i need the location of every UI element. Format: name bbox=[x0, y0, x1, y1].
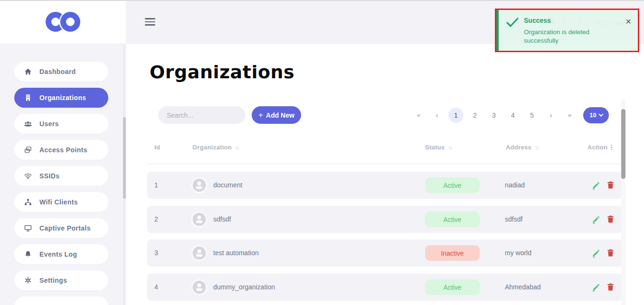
pagination: « ‹ 1 2 3 4 5 › » 10 bbox=[409, 106, 609, 124]
sidebar-item-access-points[interactable]: Access Points bbox=[14, 140, 108, 160]
table-row: 2 sdfsdf Active sdfsdf bbox=[147, 206, 622, 233]
organization-avatar bbox=[191, 245, 207, 263]
hamburger-menu-icon[interactable] bbox=[145, 18, 155, 26]
users-icon bbox=[23, 119, 33, 129]
network-icon bbox=[23, 197, 33, 207]
organization-name: document bbox=[213, 181, 242, 189]
column-header-id: Id bbox=[154, 144, 160, 151]
row-address: sdfsdf bbox=[505, 215, 522, 223]
sidebar-item-label: Captive Portals bbox=[39, 224, 91, 232]
row-id: 2 bbox=[154, 215, 158, 223]
sidebar-item-label: Events Log bbox=[39, 250, 77, 258]
main-content: Organizations + Add New « ‹ 1 2 3 4 5 › … bbox=[126, 44, 644, 305]
row-id: 4 bbox=[154, 283, 158, 291]
search-input[interactable] bbox=[158, 106, 245, 124]
row-id: 1 bbox=[154, 181, 158, 189]
status-badge: Active bbox=[425, 279, 480, 295]
close-icon[interactable]: × bbox=[625, 17, 631, 26]
sidebar-item-settings[interactable]: Settings bbox=[14, 270, 108, 290]
sidebar-item-users[interactable]: Users bbox=[14, 114, 108, 134]
delete-trash-icon[interactable] bbox=[606, 248, 615, 259]
sidebar-item-label: SSIDs bbox=[39, 172, 59, 180]
row-address: my world bbox=[505, 249, 531, 257]
pagination-page-5[interactable]: 5 bbox=[522, 111, 541, 119]
sidebar-item-events-log[interactable]: Events Log bbox=[14, 244, 108, 264]
sidebar-item-label: Users bbox=[39, 120, 59, 128]
kebab-menu-icon[interactable] bbox=[611, 145, 612, 150]
toast-accent-bar bbox=[496, 10, 499, 51]
pagination-last-button[interactable]: » bbox=[560, 111, 578, 119]
organization-avatar bbox=[191, 177, 207, 195]
organization-name: test automation bbox=[213, 249, 259, 257]
row-address: nadiad bbox=[505, 181, 525, 189]
organization-avatar bbox=[191, 212, 207, 229]
edit-pencil-icon[interactable] bbox=[591, 282, 601, 294]
access-points-icon bbox=[23, 145, 33, 155]
pagination-page-4[interactable]: 4 bbox=[503, 111, 522, 119]
page-size-dropdown[interactable]: 10 bbox=[583, 107, 609, 123]
sidebar-item-label: Settings bbox=[39, 277, 67, 284]
table-row: 4 dummy_organization Active Ahmedabad bbox=[147, 274, 622, 301]
edit-pencil-icon[interactable] bbox=[591, 214, 601, 226]
delete-trash-icon[interactable] bbox=[606, 214, 615, 226]
status-badge: Inactive bbox=[425, 245, 480, 261]
sort-icon[interactable]: ↑↓ bbox=[535, 145, 538, 150]
sidebar-item-organizations[interactable]: Organizations bbox=[14, 88, 108, 108]
add-new-button[interactable]: + Add New bbox=[252, 106, 301, 124]
check-icon bbox=[505, 16, 520, 30]
sidebar-nav: Dashboard Organizations Users Access Poi… bbox=[0, 44, 126, 305]
table-scrollbar-thumb[interactable] bbox=[621, 109, 625, 179]
toast-highlight-annotation: Success Organization is deleted successf… bbox=[495, 9, 639, 52]
edit-pencil-icon[interactable] bbox=[591, 180, 601, 192]
pagination-next-button[interactable]: › bbox=[541, 111, 560, 119]
column-header-organization[interactable]: Organization↑↓ bbox=[192, 144, 238, 151]
success-toast: Success Organization is deleted successf… bbox=[496, 10, 638, 51]
status-badge: Active bbox=[425, 177, 480, 193]
sidebar-item-label: Organizations bbox=[39, 94, 86, 102]
logo-box bbox=[0, 0, 126, 44]
sidebar-item-label: Access Points bbox=[39, 146, 87, 154]
edit-pencil-icon[interactable] bbox=[591, 248, 601, 259]
sort-icon[interactable]: ↑↓ bbox=[448, 145, 452, 150]
row-address: Ahmedabad bbox=[505, 283, 541, 291]
infinity-logo-icon[interactable] bbox=[41, 9, 85, 34]
building-icon bbox=[23, 93, 33, 102]
gear-icon bbox=[23, 276, 33, 285]
status-badge: Active bbox=[425, 212, 480, 227]
pagination-first-button[interactable]: « bbox=[409, 111, 427, 119]
app-root: Dashboard Organizations Users Access Poi… bbox=[0, 0, 644, 305]
bell-icon bbox=[23, 250, 33, 259]
plus-icon: + bbox=[258, 111, 263, 120]
toast-message: Organization is deleted successfully bbox=[524, 28, 614, 45]
delete-trash-icon[interactable] bbox=[606, 282, 615, 294]
sidebar-item-captive-portals[interactable]: Captive Portals bbox=[14, 218, 108, 238]
delete-trash-icon[interactable] bbox=[606, 180, 615, 192]
pagination-prev-button[interactable]: ‹ bbox=[427, 111, 446, 119]
sidebar-item-label: Dashboard bbox=[39, 68, 76, 75]
column-header-action[interactable]: Action bbox=[587, 144, 612, 151]
chevron-down-icon bbox=[598, 112, 603, 117]
row-id: 3 bbox=[154, 249, 158, 257]
sort-icon[interactable]: ↑↓ bbox=[235, 145, 238, 150]
sidebar-scrollbar-thumb[interactable] bbox=[123, 117, 126, 199]
toast-title: Success bbox=[524, 17, 551, 24]
pagination-page-2[interactable]: 2 bbox=[465, 111, 484, 119]
table-header-divider bbox=[147, 164, 622, 164]
organization-name: dummy_organization bbox=[213, 283, 275, 291]
pagination-page-1[interactable]: 1 bbox=[448, 108, 464, 123]
column-header-address[interactable]: Address↑↓ bbox=[506, 144, 538, 151]
column-header-status[interactable]: Status↑↓ bbox=[425, 144, 452, 151]
table-row: 3 test automation Inactive my world bbox=[147, 240, 622, 267]
pagination-page-3[interactable]: 3 bbox=[484, 111, 503, 119]
table-row: 1 document Active nadiad bbox=[147, 172, 622, 199]
sidebar-item-ssids[interactable]: SSIDs bbox=[14, 166, 108, 186]
organization-name: sdfsdf bbox=[213, 215, 231, 223]
sidebar-item-dashboard[interactable]: Dashboard bbox=[14, 62, 108, 82]
home-icon bbox=[23, 67, 33, 76]
sidebar-item-partial[interactable] bbox=[14, 296, 108, 305]
organization-avatar bbox=[191, 279, 207, 297]
sidebar-item-wifi-clients[interactable]: Wifi Clients bbox=[14, 192, 108, 212]
page-title: Organizations bbox=[150, 62, 294, 83]
desktop-icon bbox=[23, 223, 33, 233]
sidebar: Dashboard Organizations Users Access Poi… bbox=[0, 0, 126, 305]
